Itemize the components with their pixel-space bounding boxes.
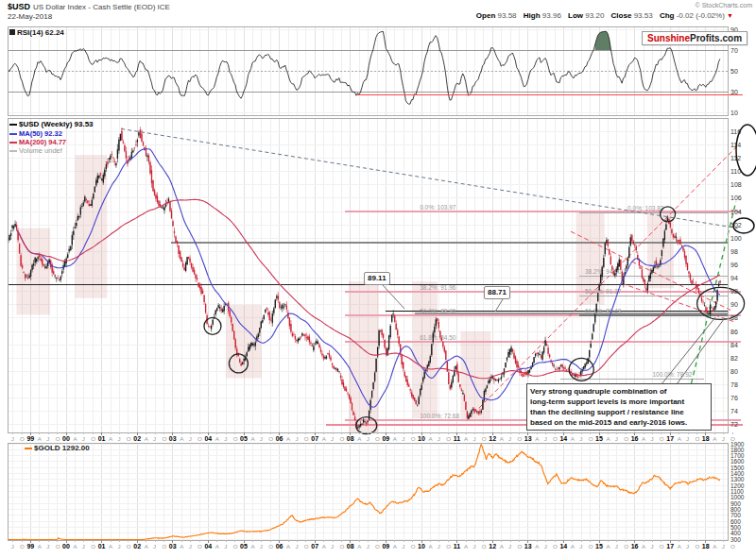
svg-text:O: O [127,435,131,442]
chart-date: 22-May-2018 [8,12,52,21]
svg-text:76: 76 [730,395,738,401]
svg-text:O: O [695,543,699,550]
svg-text:A: A [393,435,398,442]
svg-text:J: J [508,435,511,442]
svg-text:A: A [678,543,682,550]
volume-legend-text: Volume undef [19,146,62,155]
svg-text:09: 09 [382,543,389,550]
svg-text:102: 102 [730,222,742,228]
svg-text:17: 17 [666,435,674,442]
svg-text:99: 99 [26,543,34,550]
svg-text:A: A [38,435,43,442]
sunshineprofits-badge[interactable]: SunshineProfits.com [642,31,747,45]
svg-text:18: 18 [702,435,710,442]
svg-text:A: A [322,435,327,442]
svg-text:O: O [162,543,166,550]
chg-label: Chg [660,11,675,20]
svg-text:J: J [438,543,440,550]
svg-text:112: 112 [730,155,741,161]
svg-text:09: 09 [382,435,389,442]
svg-text:O: O [198,543,202,550]
svg-text:106: 106 [730,194,742,201]
svg-text:O: O [553,543,558,550]
svg-text:J: J [260,435,263,442]
svg-text:A: A [464,435,469,442]
svg-text:J: J [508,543,511,550]
svg-text:100.0%: 78.92: 100.0%: 78.92 [652,371,692,378]
analysis-annotation-box: Very strong quadruple combination of lon… [526,383,712,431]
close-label: Close [611,11,632,20]
svg-text:15: 15 [595,543,603,550]
svg-text:A: A [286,435,291,442]
svg-text:18: 18 [702,543,710,550]
svg-text:10: 10 [418,543,425,550]
svg-text:50.0%: 88.36: 50.0%: 88.36 [420,308,456,314]
brand-secondary-text: Profits.com [690,33,742,43]
chart-title: US Dollar Index - Cash Settle (EOD) ICE [33,3,170,11]
svg-text:O: O [482,543,487,550]
ma200-legend-text: MA(200) 94.77 [19,138,66,146]
svg-text:O: O [162,435,166,442]
svg-text:04: 04 [204,543,212,550]
annotation-line-4: based on the mid-2015 and early-2016 low… [530,417,708,428]
svg-text:J: J [615,435,618,442]
svg-text:J: J [722,435,725,442]
svg-text:78: 78 [730,381,738,388]
svg-text:O: O [553,435,558,442]
svg-text:96: 96 [730,262,738,268]
svg-text:J: J [117,435,120,442]
svg-text:90: 90 [730,301,738,308]
svg-text:13: 13 [524,543,532,550]
annotation-line-1: Very strong quadruple combination of [530,386,708,397]
svg-text:J: J [46,543,49,550]
svg-text:A: A [571,435,576,442]
svg-text:O: O [589,543,593,550]
svg-text:A: A [109,435,113,442]
svg-text:114: 114 [730,142,741,148]
svg-text:J: J [46,435,49,442]
svg-text:J: J [11,435,14,442]
svg-text:O: O [339,435,344,442]
svg-text:J: J [402,435,404,442]
svg-text:88: 88 [730,314,738,321]
svg-text:17: 17 [666,543,674,550]
svg-text:A: A [180,435,184,442]
svg-text:07: 07 [311,435,318,442]
svg-text:A: A [571,543,576,550]
stockcharts-chart-page: 0.0%: 103.9738.2%: 91.9650.0%: 88.3661.8… [0,0,756,558]
volume-legend: Volume undef [9,146,62,155]
svg-text:12: 12 [489,543,496,550]
svg-text:A: A [357,543,362,550]
svg-text:94: 94 [730,275,738,281]
ticker-symbol: $USD [8,2,30,11]
svg-text:0.0%: 103.97: 0.0%: 103.97 [420,204,456,211]
svg-text:A: A [642,435,646,442]
annotation-line-2: long-term support levels is more importa… [530,397,708,407]
copyright-text: © StockCharts.com [696,2,752,8]
svg-text:O: O [198,435,202,442]
svg-text:J: J [189,435,192,442]
svg-text:104: 104 [730,209,742,215]
svg-text:J: J [438,435,440,442]
svg-text:J: J [722,543,725,550]
ma50-legend-text: MA(50) 92.32 [19,129,62,138]
svg-text:06: 06 [276,435,284,442]
svg-text:O: O [660,435,664,442]
svg-text:O: O [482,435,487,442]
open-value: 93.58 [498,11,517,20]
svg-text:80: 80 [730,368,738,375]
svg-text:A: A [73,543,77,550]
svg-text:O: O [91,435,95,442]
svg-text:A: A [250,435,255,442]
svg-text:A: A [642,543,646,550]
usd-legend-text: $USD (Weekly) 93.53 [19,120,94,128]
svg-text:82: 82 [730,355,738,362]
svg-text:110: 110 [730,168,741,175]
svg-text:A: A [500,435,505,442]
gold-legend-text: $GOLD 1292.00 [34,444,90,452]
svg-text:A: A [428,435,433,442]
svg-text:A: A [215,543,220,550]
volume-bars-icon [9,150,17,152]
svg-text:72: 72 [730,421,738,428]
svg-text:J: J [402,543,404,550]
